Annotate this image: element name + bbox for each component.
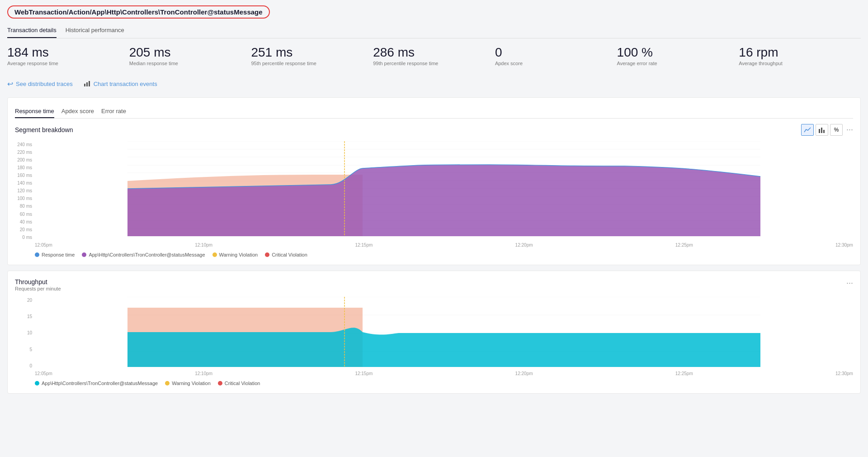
percent-btn[interactable]: % — [830, 124, 843, 136]
throughput-legend-label-critical: Critical Violation — [225, 381, 260, 386]
response-time-x-labels: 12:05pm 12:10pm 12:15pm 12:20pm 12:25pm … — [15, 243, 853, 248]
metric-label-p95-response: 95th percentile response time — [251, 61, 364, 66]
throughput-x-1220: 12:20pm — [515, 371, 533, 376]
metrics-row: 184 ms Average response time 205 ms Medi… — [7, 46, 861, 71]
main-tabs: Transaction details Historical performan… — [7, 23, 861, 38]
throughput-cyan-area — [127, 328, 760, 367]
throughput-legend-label-warning: Warning Violation — [172, 381, 211, 386]
throughput-chart-container: 20151050 — [15, 297, 853, 369]
x-label-1230: 12:30pm — [835, 243, 853, 248]
svg-rect-3 — [819, 129, 820, 133]
throughput-x-1210: 12:10pm — [195, 371, 212, 376]
throughput-header: Throughput Requests per minute — [15, 278, 61, 291]
metric-label-avg-response: Average response time — [7, 61, 120, 66]
throughput-svg — [35, 297, 853, 369]
metric-value-apdex: 0 — [495, 46, 608, 60]
tab-transaction-details[interactable]: Transaction details — [7, 23, 57, 38]
metric-error-rate: 100 % Average error rate — [617, 46, 739, 66]
distributed-traces-label: See distributed traces — [16, 81, 73, 87]
response-time-svg — [35, 141, 853, 241]
x-label-1225: 12:25pm — [675, 243, 693, 248]
throughput-legend-warning: Warning Violation — [165, 381, 211, 386]
throughput-legend-segment: App\Http\Controllers\TronController@stat… — [35, 381, 158, 386]
throughput-x-labels: 12:05pm 12:10pm 12:15pm 12:20pm 12:25pm … — [15, 371, 853, 376]
svg-rect-5 — [823, 130, 825, 133]
y-axis-labels: 240 ms220 ms200 ms180 ms 160 ms140 ms120… — [15, 141, 32, 241]
metric-label-median-response: Median response time — [129, 61, 242, 66]
chart-events-link[interactable]: Chart transaction events — [84, 80, 157, 87]
legend-label-response-time: Response time — [42, 252, 75, 257]
throughput-x-1225: 12:25pm — [675, 371, 693, 376]
x-label-1210: 12:10pm — [195, 243, 212, 248]
metric-value-p99-response: 286 ms — [373, 46, 486, 60]
metric-label-error-rate: Average error rate — [617, 61, 730, 66]
tab-response-time[interactable]: Response time — [15, 105, 54, 118]
segment-header: Segment breakdown % ··· — [15, 124, 853, 136]
svg-rect-2 — [89, 81, 90, 86]
tab-historical-performance[interactable]: Historical performance — [66, 23, 124, 38]
metric-median-response: 205 ms Median response time — [129, 46, 251, 66]
throughput-legend-dot-warning — [165, 381, 170, 386]
legend-label-critical: Critical Violation — [272, 252, 307, 257]
throughput-legend-label-segment: App\Http\Controllers\TronController@stat… — [42, 381, 158, 386]
transaction-title: WebTransaction/Action/App\Http\Controlle… — [7, 5, 270, 19]
metric-throughput: 16 rpm Average throughput — [739, 46, 861, 66]
x-label-1215: 12:15pm — [355, 243, 373, 248]
tab-apdex-score[interactable]: Apdex score — [61, 105, 94, 118]
throughput-more-btn[interactable]: ··· — [846, 278, 853, 288]
chart-events-label: Chart transaction events — [94, 81, 157, 87]
response-time-chart-container: 240 ms220 ms200 ms180 ms 160 ms140 ms120… — [15, 141, 853, 241]
metric-value-p95-response: 251 ms — [251, 46, 364, 60]
x-label-1205: 12:05pm — [35, 243, 52, 248]
legend-critical: Critical Violation — [265, 252, 307, 257]
chart-tabs: Response time Apdex score Error rate — [15, 105, 853, 119]
throughput-legend-dot-segment — [35, 381, 39, 386]
area-chart-btn[interactable] — [801, 124, 814, 136]
svg-rect-0 — [84, 84, 85, 86]
legend-warning: Warning Violation — [212, 252, 258, 257]
x-label-1220: 12:20pm — [515, 243, 533, 248]
legend-label-warning: Warning Violation — [219, 252, 258, 257]
metric-avg-response: 184 ms Average response time — [7, 46, 129, 66]
throughput-title: Throughput — [15, 278, 61, 286]
more-options-btn[interactable]: ··· — [846, 125, 853, 134]
actions-row: ↩ See distributed traces Chart transacti… — [7, 80, 861, 88]
throughput-legend-dot-critical — [218, 381, 222, 386]
throughput-y-labels: 20151050 — [15, 297, 32, 369]
throughput-subtitle: Requests per minute — [15, 286, 61, 291]
metric-value-avg-response: 184 ms — [7, 46, 120, 60]
segment-title: Segment breakdown — [15, 126, 73, 133]
svg-rect-4 — [821, 128, 822, 133]
throughput-x-1230: 12:30pm — [835, 371, 853, 376]
legend-dot-segment — [82, 252, 86, 257]
throughput-x-1205: 12:05pm — [35, 371, 52, 376]
legend-dot-warning — [212, 252, 217, 257]
legend-response-time: Response time — [35, 252, 75, 257]
distributed-traces-link[interactable]: ↩ See distributed traces — [7, 80, 73, 88]
bar-chart-btn[interactable] — [816, 124, 828, 136]
page-wrapper: WebTransaction/Action/App\Http\Controlle… — [0, 0, 868, 457]
metric-p95-response: 251 ms 95th percentile response time — [251, 46, 373, 66]
metric-value-error-rate: 100 % — [617, 46, 730, 60]
purple-area — [127, 165, 760, 236]
svg-rect-1 — [86, 82, 88, 86]
chart-controls: % — [801, 124, 843, 136]
response-time-section: Response time Apdex score Error rate Seg… — [7, 97, 861, 265]
throughput-legend-critical: Critical Violation — [218, 381, 260, 386]
throughput-x-1215: 12:15pm — [355, 371, 373, 376]
metric-value-median-response: 205 ms — [129, 46, 242, 60]
chart-events-icon — [84, 80, 91, 87]
throughput-section: Throughput Requests per minute ··· 20151… — [7, 271, 861, 394]
metric-value-throughput: 16 rpm — [739, 46, 852, 60]
legend-dot-response-time — [35, 252, 39, 257]
tab-error-rate[interactable]: Error rate — [101, 105, 126, 118]
legend-segment: App\Http\Controllers\TronController@stat… — [82, 252, 205, 257]
metric-label-p99-response: 99th percentile response time — [373, 61, 486, 66]
metric-p99-response: 286 ms 99th percentile response time — [373, 46, 495, 66]
throughput-legend: App\Http\Controllers\TronController@stat… — [15, 381, 853, 386]
response-time-legend: Response time App\Http\Controllers\TronC… — [15, 252, 853, 257]
metric-apdex: 0 Apdex score — [495, 46, 617, 66]
percent-icon: % — [834, 127, 839, 133]
legend-dot-critical — [265, 252, 269, 257]
distributed-traces-icon: ↩ — [7, 80, 13, 88]
